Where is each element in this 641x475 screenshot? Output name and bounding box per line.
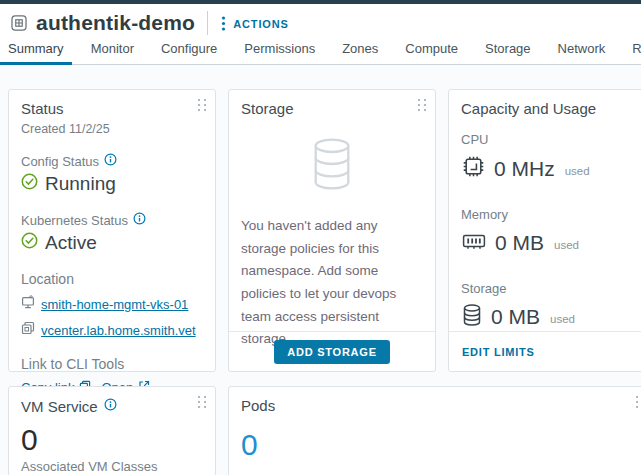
config-status-label-row: Config Status — [21, 153, 203, 169]
namespace-icon — [10, 14, 28, 32]
cpu-icon — [461, 154, 486, 183]
tab-storage[interactable]: Storage — [477, 41, 539, 64]
drag-handle-icon[interactable] — [418, 99, 426, 111]
info-icon[interactable] — [104, 153, 117, 169]
capacity-card-footer: EDIT LIMITS — [449, 331, 641, 371]
tab-network[interactable]: Network — [550, 41, 614, 64]
tab-summary[interactable]: Summary — [0, 41, 72, 64]
memory-icon — [461, 229, 487, 257]
tab-resources[interactable]: Resources — [624, 41, 641, 64]
cluster-icon — [21, 295, 35, 313]
tab-permissions[interactable]: Permissions — [236, 41, 323, 64]
drag-handle-icon[interactable] — [198, 99, 206, 111]
memory-usage-group: Memory 0 MB used — [461, 207, 641, 257]
page-title: authentik-demo — [36, 11, 195, 35]
tab-configure[interactable]: Configure — [153, 41, 225, 64]
cli-tools-label: Link to CLI Tools — [21, 356, 203, 372]
storage-used-value: 0 MB — [491, 305, 540, 329]
vm-classes-count: 0 — [21, 423, 203, 457]
cluster-link-row: smith-home-mgmt-vks-01 — [21, 295, 203, 313]
storage-card-title: Storage — [241, 100, 423, 117]
memory-used-value: 0 MB — [495, 231, 544, 255]
page-header: authentik-demo ACTIONS — [0, 4, 641, 44]
k8s-status-value-row: Active — [21, 232, 203, 254]
storage-used-suffix: used — [550, 309, 575, 325]
status-card: Status Created 11/2/25 Config Status Run… — [8, 89, 216, 372]
drag-handle-icon[interactable] — [198, 396, 206, 408]
cpu-used-suffix: used — [565, 161, 590, 177]
actions-button[interactable]: ACTIONS — [233, 16, 289, 30]
k8s-status-label: Kubernetes Status — [21, 213, 128, 228]
vm-service-card-title: VM Service — [21, 398, 98, 415]
storage-card: Storage You haven't added any storage po… — [228, 89, 436, 372]
dashboard-content: Status Created 11/2/25 Config Status Run… — [0, 65, 641, 475]
kebab-menu-icon[interactable] — [221, 16, 226, 31]
tab-bar: Summary Monitor Configure Permissions Zo… — [0, 44, 641, 65]
config-status-value-row: Running — [21, 173, 203, 195]
config-status-label: Config Status — [21, 154, 99, 169]
storage-card-footer: ADD STORAGE — [229, 331, 435, 371]
config-status-value: Running — [45, 173, 116, 195]
cpu-label: CPU — [461, 132, 641, 147]
vm-service-card: VM Service 0 Associated VM Classes — [8, 386, 216, 475]
pods-card: Pods 0 — [228, 386, 641, 475]
cluster-link[interactable]: smith-home-mgmt-vks-01 — [41, 297, 188, 312]
status-card-title: Status — [21, 100, 203, 117]
tab-monitor[interactable]: Monitor — [83, 41, 142, 64]
cpu-used-value: 0 MHz — [494, 157, 555, 181]
vm-classes-subtitle: Associated VM Classes — [21, 459, 203, 474]
tab-compute[interactable]: Compute — [397, 41, 466, 64]
info-icon[interactable] — [133, 212, 146, 228]
storage-usage-label: Storage — [461, 281, 641, 296]
success-check-icon — [21, 232, 38, 254]
storage-usage-group: Storage 0 MB used — [461, 281, 641, 331]
header-divider — [207, 11, 208, 35]
success-check-icon — [21, 173, 38, 195]
memory-used-suffix: used — [554, 235, 579, 251]
k8s-status-value: Active — [45, 232, 97, 254]
created-date: Created 11/2/25 — [21, 122, 203, 136]
k8s-status-label-row: Kubernetes Status — [21, 212, 203, 228]
edit-limits-button[interactable]: EDIT LIMITS — [462, 346, 535, 358]
vcenter-icon — [21, 321, 35, 339]
pods-card-title: Pods — [241, 397, 641, 414]
add-storage-button[interactable]: ADD STORAGE — [274, 340, 390, 364]
cpu-usage-group: CPU 0 MHz used — [461, 132, 641, 183]
capacity-usage-card: Capacity and Usage CPU 0 MHz used Memory — [448, 89, 641, 372]
storage-empty-state-icon — [241, 137, 423, 191]
pods-count: 0 — [241, 428, 641, 462]
capacity-card-title: Capacity and Usage — [461, 100, 641, 117]
memory-label: Memory — [461, 207, 641, 222]
vcenter-link-row: vcenter.lab.home.smith.vet — [21, 321, 203, 339]
tab-zones[interactable]: Zones — [334, 41, 386, 64]
info-icon[interactable] — [104, 397, 117, 415]
database-icon — [461, 303, 483, 331]
vcenter-link[interactable]: vcenter.lab.home.smith.vet — [41, 323, 196, 338]
drag-handle-icon[interactable] — [636, 396, 641, 408]
location-label: Location — [21, 271, 203, 287]
